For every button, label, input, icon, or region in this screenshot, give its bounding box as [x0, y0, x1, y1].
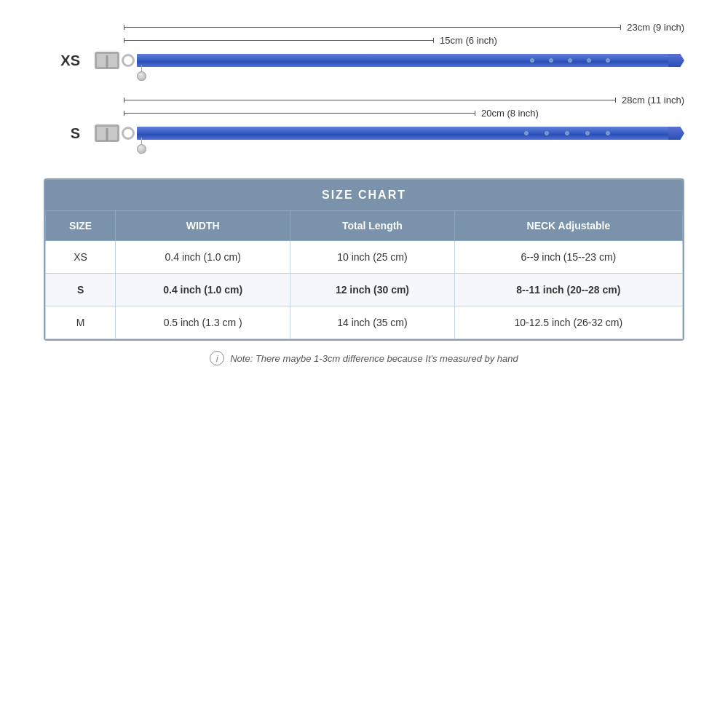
s-strap: [137, 127, 668, 140]
row-s-neck: 8--11 inch (20--28 cm): [454, 274, 682, 306]
xs-inner-label: 15cm (6 inch): [440, 35, 497, 46]
xs-bell-chain: [141, 65, 142, 71]
row-s-size: S: [46, 274, 116, 306]
main-container: 23cm (9 inch) 15cm (6 inch) XS: [0, 0, 728, 728]
s-outer-label: 28cm (11 inch): [622, 95, 684, 106]
s-size-label: S: [44, 125, 80, 142]
hole: [524, 131, 529, 135]
s-inner-label: 20cm (8 inch): [481, 108, 539, 119]
xs-measurements: 23cm (9 inch) 15cm (6 inch): [124, 22, 684, 48]
header-total-length: Total Length: [290, 211, 455, 241]
row-xs-neck: 6--9 inch (15--23 cm): [454, 241, 682, 274]
header-width: WIDTH: [116, 211, 290, 241]
hole: [545, 131, 549, 135]
xs-collar-row: XS: [44, 52, 684, 69]
size-chart-table: SIZE CHART SIZE WIDTH Total Length NECK …: [44, 178, 684, 341]
table-title: SIZE CHART: [45, 180, 683, 210]
info-icon: i: [210, 351, 224, 365]
note-section: i Note: There maybe 1-3cm difference bec…: [210, 351, 518, 365]
row-m-length: 14 inch (35 cm): [290, 306, 455, 339]
hole: [606, 131, 610, 135]
table-body: XS 0.4 inch (1.0 cm) 10 inch (25 cm) 6--…: [46, 241, 683, 339]
table-head: SIZE WIDTH Total Length NECK Adjustable: [46, 211, 683, 241]
xs-size-label: XS: [44, 52, 80, 69]
row-s-width: 0.4 inch (1.0 cm): [116, 274, 290, 306]
xs-outer-label: 23cm (9 inch): [627, 22, 684, 33]
hole: [585, 131, 590, 135]
xs-outer-line: [124, 27, 621, 28]
s-bell-group: [137, 138, 146, 154]
note-text: Note: There maybe 1-3cm difference becau…: [230, 353, 518, 364]
header-row: SIZE WIDTH Total Length NECK Adjustable: [46, 211, 683, 241]
s-collar-visual: [95, 124, 684, 142]
xs-d-ring: [122, 54, 135, 67]
hole: [568, 58, 572, 63]
hole: [606, 58, 610, 63]
s-meas-outer: 28cm (11 inch): [124, 95, 684, 106]
collar-item-s: 28cm (11 inch) 20cm (8 inch) S: [44, 95, 684, 142]
xs-holes: [530, 58, 610, 63]
s-bell: [137, 144, 146, 154]
xs-bell-group: [137, 65, 146, 81]
s-holes: [524, 131, 610, 135]
xs-inner-line: [124, 40, 434, 41]
xs-strap: [137, 54, 668, 67]
table-row: XS 0.4 inch (1.0 cm) 10 inch (25 cm) 6--…: [46, 241, 683, 274]
xs-buckle: [95, 52, 119, 69]
table-row: M 0.5 inch (1.3 cm ) 14 inch (35 cm) 10-…: [46, 306, 683, 339]
xs-strap-end: [668, 54, 684, 67]
header-size: SIZE: [46, 211, 116, 241]
hole: [587, 58, 591, 63]
xs-collar-visual: [95, 52, 684, 69]
s-buckle: [95, 124, 119, 142]
s-measurements: 28cm (11 inch) 20cm (8 inch): [124, 95, 684, 121]
collar-section: 23cm (9 inch) 15cm (6 inch) XS: [44, 22, 684, 142]
s-bell-chain: [141, 138, 142, 144]
s-outer-line: [124, 100, 616, 100]
xs-meas-inner: 15cm (6 inch): [124, 35, 684, 46]
s-inner-line: [124, 113, 475, 114]
hole: [530, 58, 534, 63]
header-neck: NECK Adjustable: [454, 211, 682, 241]
collar-item-xs: 23cm (9 inch) 15cm (6 inch) XS: [44, 22, 684, 69]
row-xs-length: 10 inch (25 cm): [290, 241, 455, 274]
s-meas-inner: 20cm (8 inch): [124, 108, 684, 119]
row-m-width: 0.5 inch (1.3 cm ): [116, 306, 290, 339]
row-m-neck: 10-12.5 inch (26-32 cm): [454, 306, 682, 339]
hole: [549, 58, 553, 63]
row-s-length: 12 inch (30 cm): [290, 274, 455, 306]
row-m-size: M: [46, 306, 116, 339]
row-xs-width: 0.4 inch (1.0 cm): [116, 241, 290, 274]
row-xs-size: XS: [46, 241, 116, 274]
s-d-ring: [122, 127, 135, 140]
hole: [565, 131, 569, 135]
size-table: SIZE WIDTH Total Length NECK Adjustable …: [45, 210, 683, 339]
xs-bell: [137, 71, 146, 81]
s-collar-row: S: [44, 124, 684, 142]
table-row: S 0.4 inch (1.0 cm) 12 inch (30 cm) 8--1…: [46, 274, 683, 306]
xs-meas-outer: 23cm (9 inch): [124, 22, 684, 33]
s-strap-end: [668, 127, 684, 140]
